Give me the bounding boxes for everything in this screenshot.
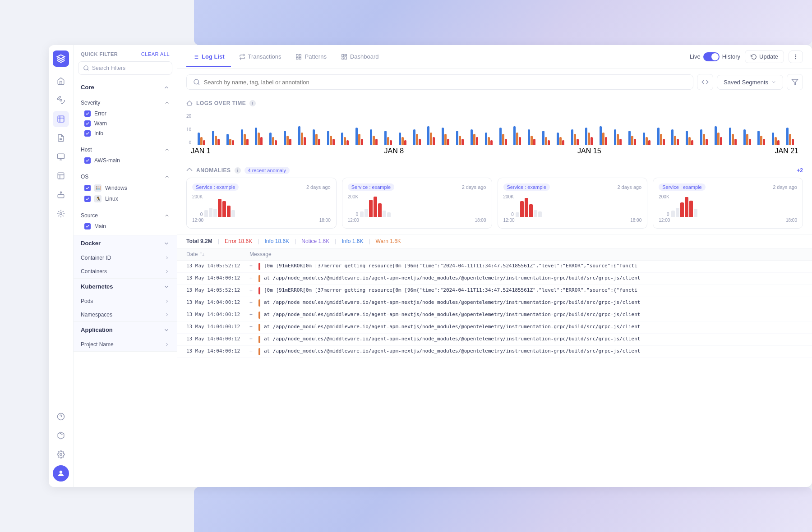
tab-patterns-label: Patterns [304,53,326,60]
bar-group [757,131,770,145]
sidebar-item-chart[interactable] [53,168,69,184]
severity-info-item[interactable]: Info [74,128,177,138]
table-row[interactable]: 13 May 14:05:52:12+[0m [91mERROR[0m [37m… [177,261,812,273]
sidebar-item-bot[interactable] [53,187,69,203]
host-awsmain-checkbox[interactable] [84,157,91,164]
tab-transactions[interactable]: Transactions [233,47,288,67]
bar-group [485,133,498,145]
bar-segment [743,129,746,145]
severity-error-item[interactable]: Error [74,109,177,119]
os-windows-label: Windows [105,185,127,191]
tab-log-list[interactable]: Log List [186,47,231,67]
sidebar-item-home[interactable] [53,73,69,89]
filter-icon-button[interactable] [787,74,803,90]
svg-line-37 [198,83,199,85]
core-section-header[interactable]: Core [74,79,177,95]
docker-container-id[interactable]: Container ID [74,251,177,265]
service-tag-4: Service : example [659,183,705,191]
log-expand-button[interactable]: + [249,263,258,269]
code-button[interactable] [697,74,713,90]
bar-segment [516,133,518,145]
docker-header[interactable]: Docker [74,235,177,251]
log-expand-button[interactable]: + [249,287,258,294]
host-awsmain-item[interactable]: AWS-main [74,156,177,165]
table-row[interactable]: 13 May 14:04:00:12+at /app/node_modules/… [177,297,812,309]
sidebar-item-fingerprint[interactable] [53,92,69,108]
log-expand-button[interactable]: + [249,275,258,281]
os-linux-item[interactable]: 🐧 Linux [74,193,177,204]
filter-search[interactable]: Search Filters [78,61,172,75]
table-row[interactable]: 13 May 14:04:00:12+at /app/node_modules/… [177,309,812,321]
tab-dashboard[interactable]: Dashboard [335,47,385,67]
os-linux-checkbox[interactable] [84,196,91,202]
os-windows-item[interactable]: 🪟 Windows [74,183,177,193]
bar-segment [505,139,507,145]
application-header[interactable]: Application [74,322,177,338]
sidebar-item-support[interactable] [53,408,69,425]
anomalies-info-icon[interactable]: i [235,167,241,174]
bar-segment [657,128,660,145]
source-main-item[interactable]: Main [74,221,177,231]
severity-info-checkbox[interactable] [84,130,91,137]
log-message: [0m [91mERROR[0m [37merror getting resou… [264,263,803,269]
kubernetes-header[interactable]: Kubernetes [74,279,177,294]
sidebar-item-monitor[interactable] [53,149,69,165]
log-expand-button[interactable]: + [249,324,258,330]
filter-section-application: Application Project Name [74,322,177,352]
anomaly-badge[interactable]: 4 recent anomaly [245,167,290,174]
app-project-name[interactable]: Project Name [74,338,177,351]
table-row[interactable]: 13 May 14:04:00:12+at /app/node_modules/… [177,346,812,358]
container-id-label: Container ID [81,255,111,261]
sidebar-item-settings[interactable] [53,446,69,463]
log-expand-button[interactable]: + [249,336,258,342]
search-input[interactable] [204,79,687,86]
bar-segment [786,128,789,145]
sidebar-item-user[interactable] [53,465,69,482]
severity-warn-checkbox[interactable] [84,120,91,127]
table-row[interactable]: 13 May 14:04:00:12+at /app/node_modules/… [177,334,812,346]
log-expand-button[interactable]: + [249,348,258,354]
bar-segment [792,139,794,145]
severity-header[interactable]: Severity [74,97,177,109]
table-row[interactable]: 13 May 14:04:00:12+at /app/node_modules/… [177,321,812,334]
log-expand-button[interactable]: + [249,312,258,318]
logs-info-icon[interactable]: i [249,100,256,106]
saved-segments-button[interactable]: Saved Segments [717,75,783,90]
anomaly-plus[interactable]: +2 [797,167,803,174]
table-row[interactable]: 13 May 14:04:00:12+at /app/node_modules/… [177,273,812,285]
k8s-pods[interactable]: Pods [74,294,177,308]
history-label: History [722,53,740,60]
log-expand-button[interactable]: + [249,299,258,306]
source-header[interactable]: Source [74,210,177,221]
severity-error-checkbox[interactable] [84,110,91,117]
more-button[interactable] [789,50,803,63]
docker-containers[interactable]: Containers [74,265,177,278]
live-toggle-switch[interactable] [703,52,720,61]
tab-transactions-label: Transactions [248,53,281,60]
sidebar-item-package[interactable] [53,427,69,444]
os-windows-checkbox[interactable] [84,185,91,191]
bar-group [198,133,211,145]
host-header[interactable]: Host [74,144,177,156]
tab-patterns[interactable]: Patterns [289,47,332,67]
search-input-wrap[interactable] [186,74,693,90]
os-header[interactable]: OS [74,171,177,183]
k8s-namespaces[interactable]: Namespaces [74,308,177,321]
service-tag-3: Service : example [503,183,550,191]
app-logo[interactable] [53,50,69,67]
severity-warn-item[interactable]: Warn [74,119,177,128]
source-main-checkbox[interactable] [84,223,91,229]
update-button[interactable]: Update [745,50,784,63]
saved-segments-label: Saved Segments [724,79,768,86]
bar-group [585,128,598,145]
svg-point-35 [795,58,796,59]
sidebar-item-logs[interactable] [53,111,69,127]
svg-rect-25 [296,54,298,56]
sidebar-item-integration[interactable] [53,206,69,222]
log-date: 13 May 14:05:52:12 [186,287,249,293]
sidebar-item-file[interactable] [53,130,69,146]
table-row[interactable]: 13 May 14:05:52:12+[0m [91mERROR[0m [37m… [177,285,812,297]
filter-section-core: Core Severity Error W [74,79,177,235]
clear-all-button[interactable]: Clear All [141,51,170,57]
bar-segment [399,133,401,145]
